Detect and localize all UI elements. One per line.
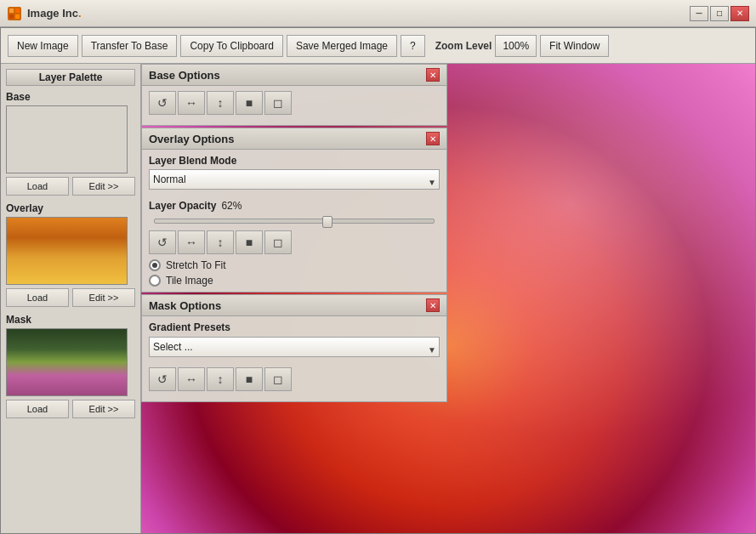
- base-flip-v-button[interactable]: ↕: [207, 91, 234, 115]
- overlay-rotate-button[interactable]: ↺: [149, 230, 176, 254]
- fit-window-button[interactable]: Fit Window: [540, 35, 609, 57]
- svg-rect-1: [9, 9, 14, 13]
- mask-options-body: Gradient Presets Select ... Linear Left-…: [142, 316, 446, 401]
- gradient-presets-label: Gradient Presets: [149, 321, 440, 333]
- svg-rect-3: [9, 14, 14, 19]
- overlay-load-button[interactable]: Load: [6, 288, 69, 307]
- stretch-to-fit-radio[interactable]: [149, 259, 161, 271]
- transfer-to-base-button[interactable]: Transfer To Base: [82, 35, 178, 57]
- overlay-flip-h-button[interactable]: ↔: [178, 230, 205, 254]
- new-image-button[interactable]: New Image: [8, 35, 78, 57]
- blend-mode-select[interactable]: Normal Multiply Screen Overlay Hard Ligh…: [149, 169, 440, 190]
- window-controls: ─ □ ✕: [690, 6, 749, 21]
- toolbar: New Image Transfer To Base Copy To Clipb…: [1, 28, 755, 64]
- app-title: Image Inc.: [27, 7, 82, 20]
- blend-mode-select-wrapper: Normal Multiply Screen Overlay Hard Ligh…: [149, 169, 440, 195]
- base-flip-h-button[interactable]: ↔: [178, 91, 205, 115]
- overlay-edit-button[interactable]: Edit >>: [72, 288, 135, 307]
- stretch-to-fit-label: Stretch To Fit: [166, 259, 225, 271]
- overlay-fill-button[interactable]: ■: [236, 230, 263, 254]
- base-edit-button[interactable]: Edit >>: [72, 177, 135, 196]
- mask-clear-button[interactable]: ◻: [264, 367, 292, 391]
- help-button[interactable]: ?: [401, 35, 425, 57]
- maximize-button[interactable]: □: [710, 6, 729, 21]
- tile-image-option[interactable]: Tile Image: [149, 275, 440, 287]
- svg-rect-2: [15, 9, 20, 13]
- mask-layer-section: Mask Load Edit >>: [6, 314, 135, 418]
- opacity-row: Layer Opacity 62%: [149, 200, 440, 212]
- tile-image-radio[interactable]: [149, 275, 161, 287]
- opacity-label: Layer Opacity: [149, 200, 216, 212]
- opacity-slider-thumb[interactable]: [322, 216, 333, 228]
- mask-options-header: Mask Options ✕: [142, 295, 446, 316]
- mask-layer-thumbnail: [6, 328, 128, 396]
- overlay-options-close-button[interactable]: ✕: [426, 132, 440, 145]
- mask-options-close-button[interactable]: ✕: [426, 298, 440, 312]
- base-options-panel: Base Options ✕ ↺ ↔ ↕ ■ ◻: [141, 64, 447, 126]
- save-merged-image-button[interactable]: Save Merged Image: [287, 35, 397, 57]
- tile-image-label: Tile Image: [166, 275, 213, 287]
- mask-flip-h-button[interactable]: ↔: [178, 367, 205, 391]
- overlay-clear-button[interactable]: ◻: [264, 230, 292, 254]
- svg-rect-4: [15, 14, 20, 19]
- overlay-layer-thumbnail: [6, 217, 128, 285]
- opacity-value: 62%: [221, 200, 242, 212]
- opacity-slider-track[interactable]: [154, 219, 435, 224]
- mask-options-title: Mask Options: [149, 299, 221, 312]
- overlay-options-panel: Overlay Options ✕ Layer Blend Mode Norma…: [141, 128, 447, 293]
- mask-layer-label: Mask: [6, 314, 135, 326]
- base-load-button[interactable]: Load: [6, 177, 69, 196]
- overlay-options-header: Overlay Options ✕: [142, 128, 446, 150]
- canvas-area: Base Options ✕ ↺ ↔ ↕ ■ ◻: [141, 64, 755, 533]
- overlay-flip-v-button[interactable]: ↕: [207, 230, 234, 254]
- base-layer-label: Base: [6, 91, 135, 103]
- overlay-position-options: Stretch To Fit Tile Image: [149, 259, 440, 287]
- layer-palette: Layer Palette Base Load Edit >> Overlay: [1, 64, 141, 533]
- base-clear-button[interactable]: ◻: [264, 91, 292, 115]
- gradient-presets-wrapper: Select ... Linear Left-Right Linear Top-…: [149, 337, 440, 362]
- copy-to-clipboard-button[interactable]: Copy To Clipboard: [180, 35, 283, 57]
- mask-load-button[interactable]: Load: [6, 400, 69, 418]
- base-options-icon-row: ↺ ↔ ↕ ■ ◻: [149, 91, 440, 115]
- base-layer-thumbnail: [6, 105, 128, 173]
- opacity-slider-container: [149, 215, 440, 230]
- mask-options-icon-row: ↺ ↔ ↕ ■ ◻: [149, 367, 440, 391]
- overlay-options-icon-row: ↺ ↔ ↕ ■ ◻: [149, 230, 440, 254]
- base-fill-button[interactable]: ■: [236, 91, 263, 115]
- mask-options-panel: Mask Options ✕ Gradient Presets Select .…: [141, 294, 447, 402]
- blend-mode-label: Layer Blend Mode: [149, 155, 440, 167]
- mask-flip-v-button[interactable]: ↕: [207, 367, 234, 391]
- content-area: Layer Palette Base Load Edit >> Overlay: [1, 64, 755, 533]
- base-options-header: Base Options ✕: [142, 65, 446, 86]
- panels-area: Base Options ✕ ↺ ↔ ↕ ■ ◻: [141, 64, 447, 404]
- mask-rotate-button[interactable]: ↺: [149, 367, 176, 391]
- stretch-to-fit-option[interactable]: Stretch To Fit: [149, 259, 440, 271]
- mask-edit-button[interactable]: Edit >>: [72, 400, 135, 418]
- overlay-layer-section: Overlay Load Edit >>: [6, 202, 135, 307]
- overlay-options-title: Overlay Options: [149, 133, 234, 145]
- base-options-body: ↺ ↔ ↕ ■ ◻: [142, 86, 446, 125]
- gradient-presets-select[interactable]: Select ... Linear Left-Right Linear Top-…: [149, 337, 440, 357]
- mask-fill-button[interactable]: ■: [236, 367, 263, 391]
- minimize-button[interactable]: ─: [690, 6, 708, 21]
- base-options-close-button[interactable]: ✕: [426, 68, 440, 82]
- overlay-options-body: Layer Blend Mode Normal Multiply Screen …: [142, 150, 446, 292]
- app-icon: [7, 6, 22, 21]
- zoom-percent-button[interactable]: 100%: [495, 35, 537, 57]
- base-layer-section: Base Load Edit >>: [6, 91, 135, 196]
- base-rotate-button[interactable]: ↺: [149, 91, 176, 115]
- zoom-level-label: Zoom Level: [435, 40, 492, 52]
- close-button[interactable]: ✕: [730, 6, 749, 21]
- palette-title: Layer Palette: [6, 69, 135, 86]
- title-bar: Image Inc. ─ □ ✕: [0, 0, 756, 27]
- main-window: New Image Transfer To Base Copy To Clipb…: [0, 27, 756, 534]
- overlay-layer-label: Overlay: [6, 202, 135, 214]
- base-options-title: Base Options: [149, 69, 220, 82]
